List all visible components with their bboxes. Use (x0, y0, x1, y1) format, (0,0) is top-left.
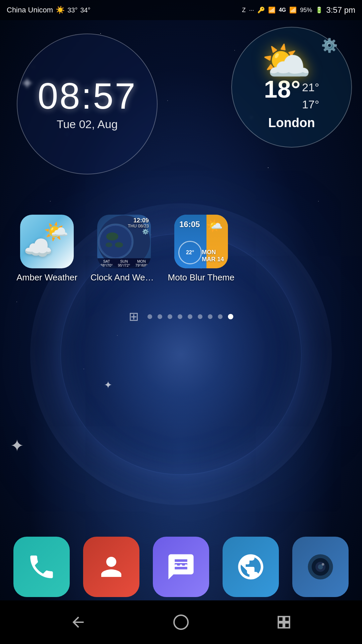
svg-rect-17 (278, 623, 283, 628)
amber-weather-label: Amber Weather (13, 272, 80, 283)
clock-date: Tue 02, Aug (57, 118, 118, 131)
clock-weather-label: Clock And Weath.. (90, 272, 158, 283)
page-grid-icon: ⊞ (129, 310, 139, 324)
status-wifi-icon: 📶 (268, 6, 276, 14)
widget-area: 08:57 Tue 02, Aug ⛅ ⚙️ 18° 21° 17° Londo… (0, 20, 362, 208)
svg-point-7 (175, 565, 177, 567)
status-temp2: 34° (80, 6, 90, 14)
status-left: China Unicom ☀️ 33° 34° (7, 6, 90, 14)
moto-blur-icon: 16:05 🌤️ 22° MONMAR 14 (174, 215, 228, 268)
nav-recents-button[interactable] (267, 609, 301, 636)
weather-gear-icon[interactable]: ⚙️ (321, 38, 338, 53)
page-dot-8[interactable] (218, 314, 223, 319)
weather-city: London (268, 116, 315, 130)
app-item-amber-weather[interactable]: 🌤️ ☁️ Amber Weather (13, 215, 80, 283)
status-bar: China Unicom ☀️ 33° 34° Z ··· 🔑 📶 4G 📶 9… (0, 0, 362, 20)
status-z-icon: Z (242, 7, 246, 14)
page-dot-3[interactable] (168, 314, 172, 319)
dock-messages[interactable] (153, 537, 209, 597)
contacts-icon (96, 552, 126, 582)
app-item-moto-blur[interactable]: 16:05 🌤️ 22° MONMAR 14 Moto Blur Theme (168, 215, 235, 283)
phone-icon (26, 552, 57, 582)
cw-gear-icon: ⚙️ (142, 228, 149, 235)
svg-rect-18 (285, 616, 290, 622)
messages-icon (166, 552, 196, 582)
cw-time-display: 12:09 (133, 217, 149, 223)
aw-cloud-icon: ☁️ (23, 234, 53, 262)
nav-back-button[interactable] (61, 609, 95, 636)
weather-sun-cloud-icon: ⛅ (261, 41, 312, 81)
status-battery-icon: 🔋 (315, 6, 323, 14)
carrier-label: China Unicom (7, 6, 53, 14)
cw-bottom-bar: SAT88°/70° SUN95°/72° MON79°/68° (97, 258, 151, 268)
amber-weather-icon: 🌤️ ☁️ (20, 215, 74, 268)
status-right: Z ··· 🔑 📶 4G 📶 95% 🔋 3:57 pm (242, 5, 355, 15)
weather-low: 17° (302, 98, 319, 111)
dock-camera-app[interactable] (292, 537, 349, 597)
sparkle-deco-3: ✦ (10, 436, 24, 455)
svg-point-9 (185, 565, 187, 567)
svg-point-14 (322, 563, 324, 566)
mb-day-label: MONMAR 14 (202, 249, 224, 263)
svg-point-15 (174, 615, 188, 629)
cw-mon: MON79°/68° (135, 259, 147, 267)
svg-rect-16 (278, 616, 283, 622)
page-dot-9-active[interactable] (228, 314, 233, 319)
status-battery-pct: 95% (300, 7, 312, 14)
dock-contacts[interactable] (83, 537, 139, 597)
status-dots-icon: ··· (249, 7, 254, 14)
weather-high: 21° (302, 81, 319, 94)
mb-time-display: 16:05 (179, 220, 200, 229)
app-row-1: 🌤️ ☁️ Amber Weather (13, 215, 349, 283)
dock-browser[interactable] (223, 537, 279, 597)
clock-widget[interactable]: 08:57 Tue 02, Aug (17, 34, 158, 174)
moto-blur-label: Moto Blur Theme (168, 272, 235, 283)
clock-weather-icon: 12:09 THU 08/23 ⚙️ SAT88°/70° SUN95°/72°… (97, 215, 151, 268)
dock (0, 537, 362, 597)
sparkle-deco-4: ✦ (104, 379, 112, 391)
camera-lens-icon (305, 552, 336, 582)
mb-temp-inner: 22° (186, 250, 194, 256)
page-dots: ⊞ (0, 310, 362, 324)
page-dot-4[interactable] (178, 314, 182, 319)
browser-icon (236, 552, 266, 582)
amber-weather-inner: 🌤️ ☁️ (20, 215, 74, 268)
svg-rect-19 (285, 623, 290, 628)
apps-grid: 🌤️ ☁️ Amber Weather (0, 215, 362, 283)
status-signal-icon: 📶 (289, 6, 297, 14)
mb-inner: 16:05 🌤️ 22° MONMAR 14 (174, 215, 228, 268)
page-dot-2[interactable] (158, 314, 162, 319)
clock-time: 08:57 (38, 77, 136, 114)
mb-circle: 22° (178, 241, 202, 264)
svg-point-8 (180, 565, 182, 567)
page-dot-5[interactable] (188, 314, 192, 319)
status-4g-icon: 4G (279, 7, 286, 13)
weather-hilo-temps: 21° 17° (302, 79, 319, 113)
page-dot-1[interactable] (147, 314, 152, 319)
status-time: 3:57 pm (326, 5, 355, 15)
nav-bar (0, 600, 362, 644)
weather-widget[interactable]: ⛅ ⚙️ 18° 21° 17° London (231, 27, 352, 148)
mb-sun-icon: 🌤️ (206, 218, 223, 234)
page-dot-6[interactable] (198, 314, 202, 319)
status-sun-icon: ☀️ (56, 6, 65, 14)
cw-sun: SUN95°/72° (118, 259, 130, 267)
page-dot-7[interactable] (208, 314, 213, 319)
cw-sat: SAT88°/70° (101, 259, 113, 267)
status-key-icon: 🔑 (257, 6, 265, 14)
app-item-clock-weather[interactable]: 12:09 THU 08/23 ⚙️ SAT88°/70° SUN95°/72°… (90, 215, 158, 283)
nav-home-button[interactable] (164, 609, 198, 636)
status-temp1: 33° (67, 6, 77, 14)
dock-phone[interactable] (13, 537, 70, 597)
cw-day-display: THU 08/23 (128, 223, 149, 228)
